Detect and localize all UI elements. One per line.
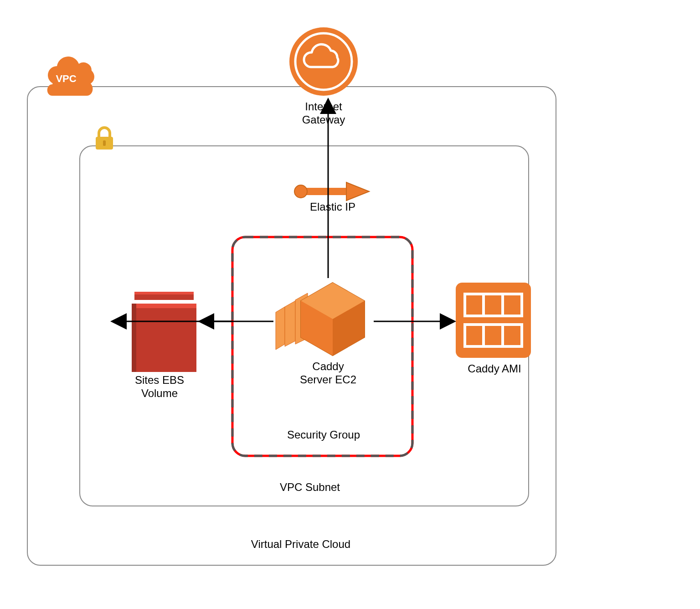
svg-rect-21: [132, 304, 196, 372]
elastic-ip-icon: [294, 182, 369, 201]
svg-marker-13: [285, 301, 295, 346]
svg-rect-20: [134, 292, 194, 294]
svg-marker-9: [346, 182, 369, 201]
svg-marker-12: [276, 307, 285, 350]
svg-rect-22: [132, 304, 196, 308]
internet-gateway-label: Internet Gateway: [283, 100, 365, 127]
ebs-volume-icon: [132, 292, 196, 372]
ami-label: Caddy AMI: [456, 362, 533, 376]
vpc-label: Virtual Private Cloud: [228, 538, 374, 551]
ec2-label: Caddy Server EC2: [283, 360, 374, 387]
ec2-icon: [276, 283, 365, 356]
internet-gateway-icon: [289, 27, 358, 96]
svg-rect-23: [132, 304, 136, 372]
lock-icon: [96, 128, 113, 150]
svg-text:VPC: VPC: [56, 73, 76, 84]
ebs-label: Sites EBS Volume: [114, 374, 205, 400]
ami-icon: [456, 283, 531, 358]
subnet-label: VPC Subnet: [255, 481, 365, 494]
vpc-cloud-icon-2: VPC: [48, 57, 94, 84]
svg-point-5: [289, 27, 358, 96]
elastic-ip-label: Elastic IP: [296, 201, 369, 214]
security-group-label: Security Group: [269, 428, 378, 442]
svg-rect-2: [103, 140, 106, 146]
svg-rect-8: [305, 188, 346, 195]
architecture-diagram: VPC: [0, 0, 700, 609]
